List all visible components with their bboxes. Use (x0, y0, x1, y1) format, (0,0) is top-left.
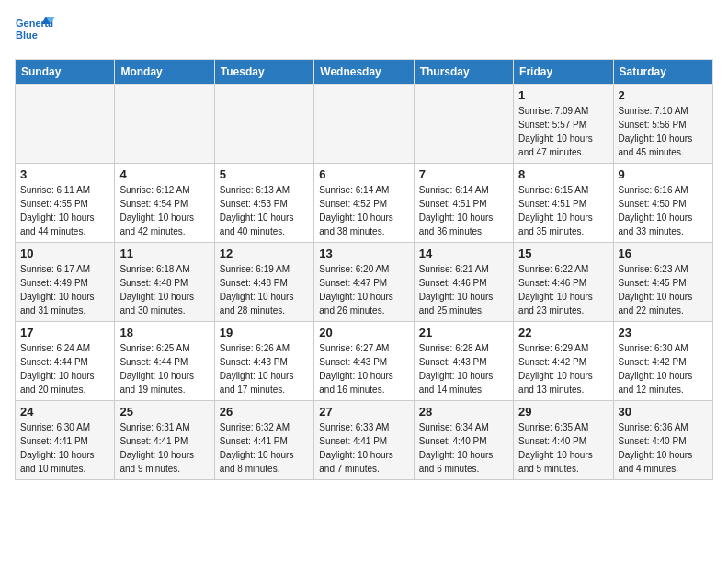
calendar-cell: 18Sunrise: 6:25 AMSunset: 4:44 PMDayligh… (115, 322, 214, 401)
calendar-cell (314, 85, 414, 164)
cell-date-number: 3 (20, 167, 109, 181)
calendar-cell: 27Sunrise: 6:33 AMSunset: 4:41 PMDayligh… (314, 401, 414, 480)
cell-date-number: 22 (518, 326, 608, 339)
cell-info-text: Sunrise: 6:34 AMSunset: 4:40 PMDaylight:… (419, 420, 508, 476)
cell-date-number: 27 (319, 405, 408, 419)
cell-info-text: Sunrise: 6:33 AMSunset: 4:41 PMDaylight:… (319, 420, 408, 476)
calendar-cell (16, 85, 115, 164)
cell-date-number: 18 (119, 326, 209, 339)
calendar-cell (414, 85, 513, 164)
cell-info-text: Sunrise: 6:35 AMSunset: 4:40 PMDaylight:… (518, 420, 608, 476)
cell-info-text: Sunrise: 6:21 AMSunset: 4:46 PMDaylight:… (419, 262, 508, 317)
day-header-thursday: Thursday (414, 60, 513, 85)
calendar-cell: 26Sunrise: 6:32 AMSunset: 4:41 PMDayligh… (214, 401, 313, 480)
calendar-week-5: 24Sunrise: 6:30 AMSunset: 4:41 PMDayligh… (16, 401, 713, 480)
calendar-cell: 24Sunrise: 6:30 AMSunset: 4:41 PMDayligh… (16, 401, 115, 480)
cell-info-text: Sunrise: 6:13 AMSunset: 4:53 PMDaylight:… (220, 183, 309, 238)
cell-date-number: 13 (319, 247, 408, 260)
calendar-cell: 15Sunrise: 6:22 AMSunset: 4:46 PMDayligh… (514, 243, 613, 322)
cell-date-number: 2 (619, 88, 708, 102)
cell-info-text: Sunrise: 6:17 AMSunset: 4:49 PMDaylight:… (20, 262, 109, 317)
cell-info-text: Sunrise: 6:32 AMSunset: 4:41 PMDaylight:… (220, 420, 309, 476)
cell-date-number: 10 (20, 247, 109, 260)
cell-date-number: 30 (619, 405, 708, 419)
cell-info-text: Sunrise: 6:27 AMSunset: 4:43 PMDaylight:… (319, 341, 408, 396)
calendar-cell (214, 85, 313, 164)
calendar-week-4: 17Sunrise: 6:24 AMSunset: 4:44 PMDayligh… (16, 322, 713, 401)
cell-date-number: 25 (119, 405, 209, 419)
calendar-cell: 19Sunrise: 6:26 AMSunset: 4:43 PMDayligh… (214, 322, 313, 401)
cell-info-text: Sunrise: 6:30 AMSunset: 4:41 PMDaylight:… (20, 420, 109, 476)
cell-date-number: 29 (518, 405, 608, 419)
cell-info-text: Sunrise: 6:16 AMSunset: 4:50 PMDaylight:… (619, 183, 708, 238)
cell-info-text: Sunrise: 6:18 AMSunset: 4:48 PMDaylight:… (119, 262, 209, 317)
calendar-cell: 22Sunrise: 6:29 AMSunset: 4:42 PMDayligh… (514, 322, 613, 401)
cell-date-number: 5 (220, 167, 309, 181)
cell-info-text: Sunrise: 6:23 AMSunset: 4:45 PMDaylight:… (619, 262, 708, 317)
cell-date-number: 7 (419, 167, 508, 181)
calendar-cell: 11Sunrise: 6:18 AMSunset: 4:48 PMDayligh… (115, 243, 214, 322)
calendar-cell: 7Sunrise: 6:14 AMSunset: 4:51 PMDaylight… (414, 164, 513, 243)
calendar-cell: 6Sunrise: 6:14 AMSunset: 4:52 PMDaylight… (314, 164, 414, 243)
calendar-cell (115, 85, 214, 164)
cell-date-number: 21 (419, 326, 508, 339)
cell-date-number: 9 (619, 167, 708, 181)
cell-info-text: Sunrise: 6:19 AMSunset: 4:48 PMDaylight:… (220, 262, 309, 317)
cell-date-number: 20 (319, 326, 408, 339)
cell-date-number: 1 (518, 88, 608, 102)
calendar-cell: 13Sunrise: 6:20 AMSunset: 4:47 PMDayligh… (314, 243, 414, 322)
cell-info-text: Sunrise: 6:25 AMSunset: 4:44 PMDaylight:… (119, 341, 209, 396)
cell-info-text: Sunrise: 6:15 AMSunset: 4:51 PMDaylight:… (518, 183, 608, 238)
calendar-cell: 28Sunrise: 6:34 AMSunset: 4:40 PMDayligh… (414, 401, 513, 480)
calendar-week-2: 3Sunrise: 6:11 AMSunset: 4:55 PMDaylight… (16, 164, 713, 243)
calendar-cell: 29Sunrise: 6:35 AMSunset: 4:40 PMDayligh… (514, 401, 613, 480)
cell-date-number: 8 (518, 167, 608, 181)
calendar-cell: 23Sunrise: 6:30 AMSunset: 4:42 PMDayligh… (613, 322, 712, 401)
calendar-cell: 17Sunrise: 6:24 AMSunset: 4:44 PMDayligh… (16, 322, 115, 401)
cell-date-number: 16 (619, 247, 708, 260)
calendar-cell: 20Sunrise: 6:27 AMSunset: 4:43 PMDayligh… (314, 322, 414, 401)
cell-info-text: Sunrise: 7:10 AMSunset: 5:56 PMDaylight:… (619, 104, 708, 159)
calendar-table: SundayMondayTuesdayWednesdayThursdayFrid… (15, 59, 713, 480)
cell-info-text: Sunrise: 6:31 AMSunset: 4:41 PMDaylight:… (119, 420, 209, 476)
cell-info-text: Sunrise: 6:14 AMSunset: 4:51 PMDaylight:… (419, 183, 508, 238)
calendar-week-1: 1Sunrise: 7:09 AMSunset: 5:57 PMDaylight… (16, 85, 713, 164)
calendar-cell: 14Sunrise: 6:21 AMSunset: 4:46 PMDayligh… (414, 243, 513, 322)
page-header: General Blue (15, 15, 713, 52)
calendar-cell: 16Sunrise: 6:23 AMSunset: 4:45 PMDayligh… (613, 243, 712, 322)
day-header-friday: Friday (514, 60, 613, 85)
calendar-cell: 1Sunrise: 7:09 AMSunset: 5:57 PMDaylight… (514, 85, 613, 164)
cell-info-text: Sunrise: 6:14 AMSunset: 4:52 PMDaylight:… (319, 183, 408, 238)
cell-info-text: Sunrise: 6:36 AMSunset: 4:40 PMDaylight:… (619, 420, 708, 476)
calendar-header-row: SundayMondayTuesdayWednesdayThursdayFrid… (16, 60, 713, 85)
calendar-cell: 5Sunrise: 6:13 AMSunset: 4:53 PMDaylight… (214, 164, 313, 243)
day-header-wednesday: Wednesday (314, 60, 414, 85)
calendar-cell: 3Sunrise: 6:11 AMSunset: 4:55 PMDaylight… (16, 164, 115, 243)
cell-date-number: 15 (518, 247, 608, 260)
day-header-monday: Monday (115, 60, 214, 85)
cell-date-number: 23 (619, 326, 708, 339)
day-header-tuesday: Tuesday (214, 60, 313, 85)
cell-date-number: 17 (20, 326, 109, 339)
calendar-cell: 25Sunrise: 6:31 AMSunset: 4:41 PMDayligh… (115, 401, 214, 480)
cell-date-number: 24 (20, 405, 109, 419)
calendar-cell: 21Sunrise: 6:28 AMSunset: 4:43 PMDayligh… (414, 322, 513, 401)
calendar-cell: 10Sunrise: 6:17 AMSunset: 4:49 PMDayligh… (16, 243, 115, 322)
calendar-cell: 4Sunrise: 6:12 AMSunset: 4:54 PMDaylight… (115, 164, 214, 243)
cell-info-text: Sunrise: 6:12 AMSunset: 4:54 PMDaylight:… (119, 183, 209, 238)
cell-info-text: Sunrise: 6:20 AMSunset: 4:47 PMDaylight:… (319, 262, 408, 317)
calendar-week-3: 10Sunrise: 6:17 AMSunset: 4:49 PMDayligh… (16, 243, 713, 322)
calendar-cell: 8Sunrise: 6:15 AMSunset: 4:51 PMDaylight… (514, 164, 613, 243)
cell-info-text: Sunrise: 6:29 AMSunset: 4:42 PMDaylight:… (518, 341, 608, 396)
cell-info-text: Sunrise: 6:24 AMSunset: 4:44 PMDaylight:… (20, 341, 109, 396)
cell-date-number: 19 (220, 326, 309, 339)
day-header-saturday: Saturday (613, 60, 712, 85)
cell-date-number: 12 (220, 247, 309, 260)
cell-info-text: Sunrise: 6:11 AMSunset: 4:55 PMDaylight:… (20, 183, 109, 238)
cell-date-number: 11 (119, 247, 209, 260)
calendar-cell: 9Sunrise: 6:16 AMSunset: 4:50 PMDaylight… (613, 164, 712, 243)
svg-text:Blue: Blue (16, 29, 38, 40)
cell-info-text: Sunrise: 6:26 AMSunset: 4:43 PMDaylight:… (220, 341, 309, 396)
cell-date-number: 26 (220, 405, 309, 419)
calendar-cell: 12Sunrise: 6:19 AMSunset: 4:48 PMDayligh… (214, 243, 313, 322)
